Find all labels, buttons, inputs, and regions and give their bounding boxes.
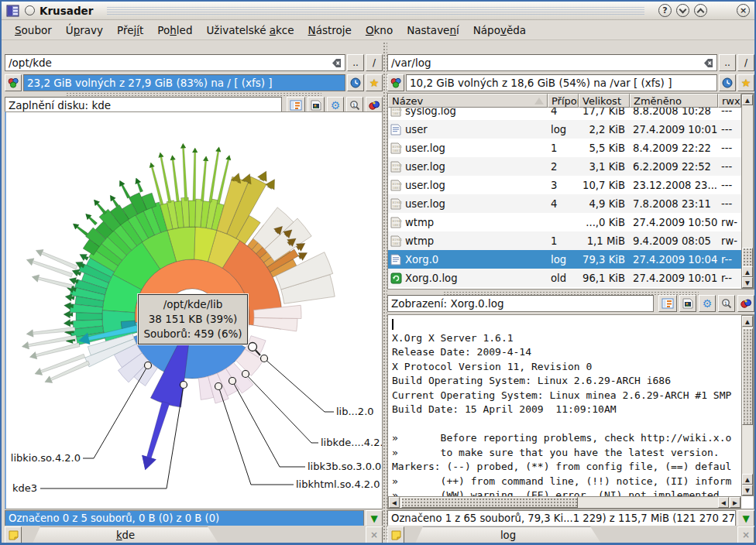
left-media-button[interactable]: [5, 74, 22, 91]
new-tab-button[interactable]: [387, 526, 404, 543]
menu-item-n-pov-da[interactable]: Nápověda: [466, 22, 533, 39]
chart-spike[interactable]: [180, 143, 187, 201]
chart-spike[interactable]: [170, 156, 180, 202]
right-panel-popup-button[interactable]: ▼: [737, 510, 754, 526]
menu-item-pohled[interactable]: Pohled: [150, 22, 199, 39]
chart-spike[interactable]: [80, 254, 89, 260]
menu-item-nastaven-[interactable]: Nastavení: [400, 22, 466, 39]
viewer-line: X Protocol Version 11, Revision 0: [392, 360, 740, 375]
chart-spike[interactable]: [192, 148, 198, 201]
table-row[interactable]: Xorg.0log79,3 KiB27.4.2009 10:04r--: [388, 250, 754, 269]
scroll-up-button[interactable]: ▲: [742, 316, 753, 327]
chart-spike[interactable]: [296, 243, 305, 251]
column-header-name[interactable]: Název: [388, 94, 548, 108]
column-header-rwx[interactable]: rwx: [718, 94, 741, 108]
right-media-statusbar[interactable]: 10,2 GiB volných z 18,6 GiB (54%) na /va…: [406, 74, 717, 91]
table-row[interactable]: 819811881user.log310,7 KiB23.12.2008 23.…: [388, 176, 754, 194]
list-vscrollbar[interactable]: ▲ ▲ ▼: [741, 94, 754, 289]
chart-spike[interactable]: [64, 319, 73, 326]
column-header-date[interactable]: Změněno: [630, 94, 718, 108]
left-history-button[interactable]: [347, 74, 364, 91]
left-path-input[interactable]: /opt/kde: [5, 54, 345, 71]
view-image-button[interactable]: [679, 295, 696, 312]
chart-file-label[interactable]: libkhtml.so.4.2.0: [296, 478, 380, 490]
detach-view-button[interactable]: [658, 295, 677, 312]
menu-item-okno[interactable]: Okno: [359, 22, 400, 39]
scroll-down-button[interactable]: ▼: [742, 277, 753, 288]
column-header-ext[interactable]: Přípona: [548, 94, 579, 108]
viewer-vscrollbar[interactable]: ▲ ▲ ▼: [741, 315, 754, 496]
title-bar[interactable]: Krusader ? ×: [2, 2, 754, 20]
left-media-statusbar[interactable]: 23,2 GiB volných z 27,9 GiB (83%) na / […: [23, 74, 345, 91]
history-clock-icon: [350, 77, 361, 88]
chart-spike[interactable]: [76, 262, 85, 269]
chart-sector[interactable]: [188, 201, 195, 227]
chart-spike[interactable]: [266, 180, 275, 190]
new-tab-button[interactable]: [5, 526, 22, 543]
table-row[interactable]: 819811881user.log44,9 KiB7.8.2008 23:11-…: [388, 194, 754, 213]
tab-kde[interactable]: kde: [33, 526, 218, 543]
chart-file-label[interactable]: libkio.so.4.2.0: [11, 452, 81, 464]
clear-path-icon[interactable]: [328, 58, 342, 68]
table-row[interactable]: 819811881wtmp...,0 KiB27.4.2009 10:50rw-: [388, 213, 754, 231]
left-bookmarks-button[interactable]: ★: [366, 74, 383, 91]
help-button[interactable]: ?: [658, 4, 672, 17]
text-viewer[interactable]: X.Org X Server 1.6.1Release Date: 2009-4…: [387, 314, 754, 509]
close-tab-button-right[interactable]: ×: [737, 526, 754, 543]
table-row[interactable]: userlog2,2 KiB27.4.2009 10:01---: [388, 120, 754, 139]
close-tab-button-left[interactable]: ×: [366, 526, 383, 543]
menu-item--pravy[interactable]: Úpravy: [59, 22, 110, 39]
chart-spike[interactable]: [69, 277, 78, 284]
table-row[interactable]: 819811881syslog.log417,7 KiB8.8.2008 10:…: [388, 108, 754, 120]
right-bookmarks-button[interactable]: ★: [737, 74, 754, 91]
chart-spike[interactable]: [257, 171, 266, 182]
settings-button[interactable]: ⚙: [699, 295, 716, 312]
chart-file-label[interactable]: kde3: [12, 482, 37, 494]
chart-spike[interactable]: [298, 253, 308, 261]
chart-spike[interactable]: [35, 354, 85, 375]
zoom-button[interactable]: 1: [718, 295, 735, 312]
column-header-size[interactable]: Velikost: [579, 94, 630, 108]
scroll-left-button2[interactable]: ◀: [718, 497, 729, 508]
color-scheme-button[interactable]: [737, 295, 754, 312]
scroll-left-button[interactable]: ◀: [389, 497, 400, 508]
scroll-down-button[interactable]: ▼: [742, 485, 753, 495]
right-path-input[interactable]: /var/log: [387, 54, 717, 71]
chart-sector[interactable]: [253, 317, 297, 331]
chart-file-label[interactable]: libk3b.so.3.0.0: [308, 461, 381, 472]
scroll-right-button[interactable]: ▶: [730, 497, 741, 508]
table-row[interactable]: 819811881user.log23,1 KiB6.2.2009 22:52-…: [388, 157, 754, 176]
right-up-dir-button[interactable]: ..: [719, 54, 736, 71]
right-media-button[interactable]: [387, 74, 404, 91]
clear-path-icon[interactable]: [700, 58, 713, 68]
left-root-dir-button[interactable]: /: [366, 54, 383, 71]
shade-down-button[interactable]: [676, 4, 689, 17]
chart-spike[interactable]: [201, 156, 208, 201]
menu-item-p-ej-t[interactable]: Přejít: [110, 22, 150, 39]
sticky-button[interactable]: [25, 5, 35, 15]
table-row[interactable]: Xorg.0.logold96,1 KiB27.4.2009 10:01r--: [388, 269, 754, 287]
right-root-dir-button[interactable]: /: [737, 54, 754, 71]
scroll-up-button2[interactable]: ▲: [742, 474, 753, 485]
menu-item-u-ivatelsk-akce[interactable]: Uživatelské akce: [199, 22, 301, 39]
viewer-title-field[interactable]: Zobrazení: Xorg.0.log: [387, 295, 654, 312]
close-button[interactable]: ×: [737, 4, 750, 17]
tab-log[interactable]: log: [415, 526, 601, 543]
table-row[interactable]: 819811881wtmp11,1 MiB9.4.2009 08:05rw-: [388, 231, 754, 250]
menu-item-n-stroje[interactable]: Nástroje: [301, 22, 359, 39]
chart-spike[interactable]: [45, 361, 90, 382]
left-up-dir-button[interactable]: ..: [347, 54, 364, 71]
chart-file-label[interactable]: libkde....4.2.0: [321, 437, 383, 448]
left-panel-popup-button[interactable]: ▼: [366, 510, 383, 526]
viewer-hscrollbar[interactable]: ◀ ◀ ▶: [388, 496, 741, 509]
chart-sector[interactable]: [76, 313, 102, 320]
chart-file-label[interactable]: lib...2.0: [336, 406, 374, 417]
right-history-button[interactable]: [719, 74, 736, 91]
scroll-up-button[interactable]: ▲: [742, 94, 753, 105]
scroll-thumb[interactable]: [742, 328, 753, 425]
scroll-thumb[interactable]: [401, 497, 578, 508]
scroll-up-button2[interactable]: ▲: [742, 266, 753, 277]
shade-up-button[interactable]: [694, 4, 707, 17]
menu-item-soubor[interactable]: Soubor: [8, 22, 59, 39]
table-row[interactable]: 819811881user.log15,5 KiB8.4.2009 22:22-…: [388, 139, 754, 157]
